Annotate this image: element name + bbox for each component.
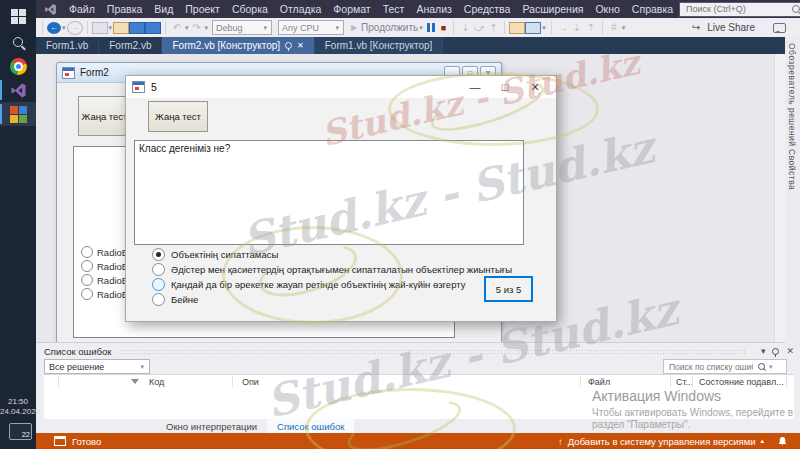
caret-down-icon[interactable]: ▾ xyxy=(62,24,66,32)
radio-hover-icon[interactable] xyxy=(152,278,165,291)
live-share-label: Live Share xyxy=(707,22,755,33)
taskbar-running-app-button[interactable] xyxy=(0,102,36,126)
open-file-icon[interactable] xyxy=(113,22,129,34)
quick-search-input[interactable] xyxy=(684,3,788,15)
dialog-titlebar[interactable]: 5 — □ ✕ xyxy=(126,76,556,98)
radio-icon[interactable] xyxy=(152,263,165,276)
stop-icon[interactable]: ■ xyxy=(441,23,446,33)
solution-config-combo[interactable]: Debug▾ xyxy=(212,20,272,35)
tab-form1-vb[interactable]: Form1.vb xyxy=(36,37,99,54)
feedback-icon[interactable] xyxy=(773,23,786,33)
clock-date: 24.04.2020 xyxy=(0,407,36,417)
menu-view[interactable]: Вид xyxy=(148,3,179,15)
menu-tools[interactable]: Средства xyxy=(458,3,517,15)
error-search-box[interactable]: ▾ xyxy=(663,359,787,374)
tab-error-list[interactable]: Список ошибок xyxy=(267,419,354,433)
close-tab-icon[interactable]: ✕ xyxy=(297,41,304,50)
designer-radio-option[interactable]: RadioB xyxy=(81,246,128,258)
platform-combo[interactable]: Any CPU▾ xyxy=(278,20,344,35)
close-panel-icon[interactable]: ✕ xyxy=(786,346,794,356)
tab-form2-designer[interactable]: Form2.vb [Конструктор] ✕ xyxy=(162,37,314,54)
pin-icon[interactable] xyxy=(285,42,292,49)
minimize-button[interactable]: — xyxy=(460,81,490,94)
question-counter-button[interactable]: 5 из 5 xyxy=(484,276,533,302)
caret-down-icon[interactable]: ▾ xyxy=(205,24,209,32)
radio-icon[interactable] xyxy=(152,293,165,306)
step-out-icon[interactable]: ⇡ xyxy=(486,21,500,35)
menu-format[interactable]: Формат xyxy=(327,3,376,15)
find-prev-icon[interactable]: ⇡ xyxy=(584,21,598,35)
notifications-bell-icon[interactable] xyxy=(777,436,788,447)
answer-option-3[interactable]: Қандай да бір әрекетке жауап ретінде объ… xyxy=(152,278,465,290)
search-icon xyxy=(758,363,765,370)
breakpoints-icon[interactable]: # xyxy=(607,21,621,35)
quick-search-box[interactable] xyxy=(679,2,800,17)
tab-solution-explorer[interactable]: Обозреватель решений xyxy=(787,43,797,147)
tab-form1-designer[interactable]: Form1.vb [Конструктор] xyxy=(315,37,444,54)
menu-window[interactable]: Окно xyxy=(589,3,625,15)
continue-button[interactable]: Продолжить xyxy=(361,22,418,33)
caret-down-icon[interactable]: ▾ xyxy=(622,24,626,32)
designer-radio-option[interactable]: RadioB xyxy=(81,260,128,272)
answer-option-2[interactable]: Әдістер мен қасиеттердің ортақтығымен си… xyxy=(152,263,512,275)
menu-analyze[interactable]: Анализ xyxy=(410,3,457,15)
menu-debug[interactable]: Отладка xyxy=(274,3,328,15)
bottom-tool-tabs: Окно интерпретации Список ошибок xyxy=(36,419,800,433)
navigate-back-icon[interactable]: ← xyxy=(47,22,61,34)
taskbar-search-button[interactable] xyxy=(0,30,36,54)
find-next-icon[interactable]: ⇣ xyxy=(570,21,584,35)
start-button[interactable] xyxy=(0,4,36,28)
play-icon[interactable]: ▶ xyxy=(347,21,361,35)
tab-form2-vb[interactable]: Form2.vb xyxy=(99,37,162,54)
menu-edit[interactable]: Правка xyxy=(101,3,148,15)
save-all-icon[interactable] xyxy=(145,22,161,34)
new-project-icon[interactable] xyxy=(92,22,108,34)
menu-test[interactable]: Тест xyxy=(377,3,411,15)
designer-new-test-button[interactable]: Жаңа тест xyxy=(78,96,131,136)
error-scope-combo[interactable]: Все решение ▾ xyxy=(44,359,150,374)
drag-handle[interactable] xyxy=(119,349,746,354)
error-search-input[interactable] xyxy=(667,361,755,373)
tab-immediate-window[interactable]: Окно интерпретации xyxy=(156,419,267,433)
taskbar-chrome-button[interactable] xyxy=(0,54,36,78)
radio-selected-icon[interactable] xyxy=(152,248,165,261)
taskbar-clock[interactable]: 21:50 24.04.2020 xyxy=(0,397,36,417)
step-into-icon[interactable]: ⇣ xyxy=(458,21,472,35)
menu-project[interactable]: Проект xyxy=(179,3,226,15)
tab-properties[interactable]: Свойства xyxy=(787,149,797,190)
answer-option-4[interactable]: Бейне xyxy=(152,293,198,305)
step-over-icon[interactable]: ⤻ xyxy=(472,21,486,35)
menu-file[interactable]: Файл xyxy=(63,3,101,15)
source-control-button[interactable]: ↑ Добавить в систему управления версиями… xyxy=(558,436,788,447)
solution-explorer-icon[interactable] xyxy=(509,22,525,34)
question-textbox[interactable]: Класс дегеніміз не? xyxy=(134,140,524,245)
error-grid-body[interactable] xyxy=(44,387,794,420)
designer-radio-option[interactable]: RadioB xyxy=(81,274,128,286)
caret-down-icon[interactable]: ▾ xyxy=(185,24,189,32)
navigate-forward-icon[interactable]: → xyxy=(67,21,83,35)
notification-center-button[interactable]: 22 xyxy=(9,423,32,440)
undo-icon[interactable]: ↶ xyxy=(170,21,184,35)
redo-icon[interactable]: ↷ xyxy=(190,21,204,35)
caret-down-icon[interactable]: ▾ xyxy=(419,24,423,32)
menu-extensions[interactable]: Расширения xyxy=(516,3,589,15)
save-icon[interactable] xyxy=(129,22,145,34)
maximize-button[interactable]: □ xyxy=(490,81,520,94)
caret-down-icon[interactable]: ▾ xyxy=(769,363,773,371)
pin-icon[interactable] xyxy=(772,348,779,355)
pause-icon[interactable] xyxy=(427,23,435,32)
taskbar-visual-studio-button[interactable] xyxy=(0,78,36,102)
close-button[interactable]: ✕ xyxy=(520,81,550,94)
answer-option-1[interactable]: Объектінің сипаттамасы xyxy=(152,248,278,260)
preview-window-icon[interactable] xyxy=(525,22,541,34)
error-list-header[interactable]: Список ошибок ▾ ✕ xyxy=(44,345,794,357)
go-to-icon[interactable]: → xyxy=(556,21,570,35)
new-test-button[interactable]: Жаңа тест xyxy=(148,101,208,132)
live-share-button[interactable]: ↪ Live Share xyxy=(689,21,755,35)
window-position-icon[interactable]: ▾ xyxy=(761,346,766,356)
caret-down-icon[interactable]: ▾ xyxy=(542,24,546,32)
designer-radio-option[interactable]: RadioB xyxy=(81,288,128,300)
menu-help[interactable]: Справка xyxy=(626,3,679,15)
caret-down-icon[interactable]: ▾ xyxy=(109,24,113,32)
menu-build[interactable]: Сборка xyxy=(226,3,274,15)
